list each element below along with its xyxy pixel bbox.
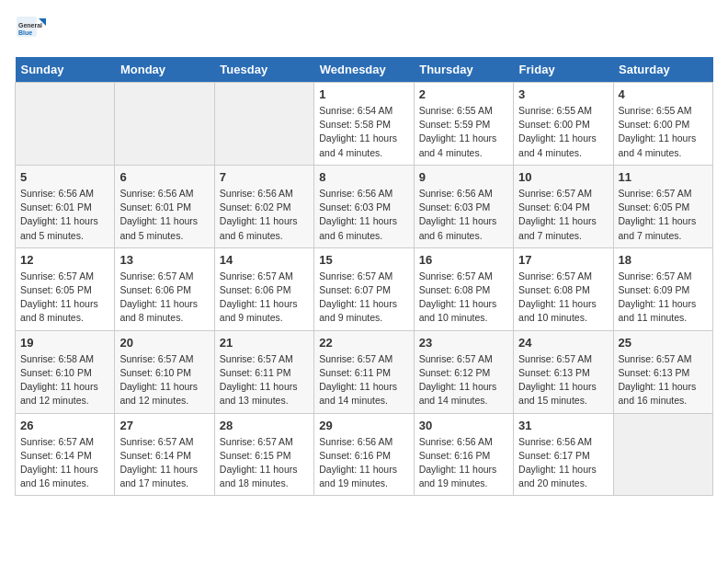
day-info: Sunrise: 6:55 AMSunset: 6:00 PMDaylight:… (518, 104, 608, 160)
daylight: Daylight: 11 hours and 4 minutes. (419, 132, 497, 157)
day-number: 22 (319, 336, 408, 350)
day-number: 26 (20, 419, 109, 432)
day-info: Sunrise: 6:56 AMSunset: 6:01 PMDaylight:… (119, 187, 209, 243)
day-info: Sunrise: 6:57 AMSunset: 6:15 PMDaylight:… (220, 435, 309, 491)
calendar-cell: 20Sunrise: 6:57 AMSunset: 6:10 PMDayligh… (115, 330, 214, 413)
sunset: Sunset: 6:08 PM (518, 284, 590, 295)
sunset: Sunset: 6:06 PM (119, 284, 191, 295)
day-info: Sunrise: 6:57 AMSunset: 6:11 PMDaylight:… (220, 352, 309, 408)
calendar-cell: 17Sunrise: 6:57 AMSunset: 6:08 PMDayligh… (514, 247, 613, 330)
sunrise: Sunrise: 6:57 AM (319, 270, 392, 282)
calendar-week: 5Sunrise: 6:56 AMSunset: 6:01 PMDaylight… (16, 165, 713, 247)
sunset: Sunset: 6:13 PM (518, 367, 590, 378)
day-number: 28 (220, 419, 309, 432)
day-number: 15 (319, 253, 408, 267)
sunset: Sunset: 6:07 PM (319, 284, 391, 295)
weekday-header: Thursday (414, 57, 513, 83)
sunset: Sunset: 6:12 PM (419, 367, 491, 378)
weekday-header: Saturday (613, 57, 712, 83)
weekday-header: Friday (514, 57, 613, 83)
calendar-week: 26Sunrise: 6:57 AMSunset: 6:14 PMDayligh… (16, 413, 713, 496)
day-info: Sunrise: 6:57 AMSunset: 6:13 PMDaylight:… (518, 352, 608, 408)
sunrise: Sunrise: 6:56 AM (319, 436, 392, 447)
sunrise: Sunrise: 6:56 AM (20, 188, 94, 199)
sunset: Sunset: 6:06 PM (220, 284, 291, 295)
day-info: Sunrise: 6:56 AMSunset: 6:02 PMDaylight:… (220, 187, 309, 243)
sunrise: Sunrise: 6:57 AM (220, 436, 293, 447)
day-number: 30 (419, 419, 508, 432)
calendar-cell (16, 83, 115, 166)
day-number: 11 (619, 170, 708, 184)
calendar-cell: 1Sunrise: 6:54 AMSunset: 5:58 PMDaylight… (314, 83, 414, 166)
sunrise: Sunrise: 6:56 AM (419, 188, 493, 199)
calendar-week: 12Sunrise: 6:57 AMSunset: 6:05 PMDayligh… (16, 247, 713, 330)
sunset: Sunset: 6:01 PM (20, 201, 92, 213)
calendar-cell (613, 413, 712, 496)
sunset: Sunset: 6:13 PM (619, 367, 690, 378)
day-info: Sunrise: 6:55 AMSunset: 6:00 PMDaylight:… (619, 104, 708, 160)
day-number: 4 (619, 87, 708, 101)
sunrise: Sunrise: 6:56 AM (319, 188, 392, 199)
sunset: Sunset: 6:10 PM (20, 367, 92, 378)
day-number: 5 (20, 170, 109, 184)
day-number: 7 (220, 170, 309, 184)
day-number: 6 (119, 170, 209, 184)
day-info: Sunrise: 6:54 AMSunset: 5:58 PMDaylight:… (319, 104, 408, 160)
sunset: Sunset: 6:11 PM (220, 367, 291, 378)
sunset: Sunset: 6:15 PM (220, 450, 291, 461)
day-info: Sunrise: 6:57 AMSunset: 6:05 PMDaylight:… (619, 187, 708, 243)
sunrise: Sunrise: 6:56 AM (518, 436, 592, 447)
daylight: Daylight: 11 hours and 5 minutes. (20, 215, 98, 240)
sunset: Sunset: 6:11 PM (319, 367, 391, 378)
daylight: Daylight: 11 hours and 8 minutes. (119, 298, 198, 323)
daylight: Daylight: 11 hours and 14 minutes. (419, 381, 497, 406)
sunset: Sunset: 6:16 PM (319, 450, 391, 461)
daylight: Daylight: 11 hours and 13 minutes. (220, 381, 298, 406)
day-number: 3 (518, 87, 608, 101)
sunrise: Sunrise: 6:57 AM (119, 436, 193, 447)
weekday-header: Sunday (16, 57, 115, 83)
daylight: Daylight: 11 hours and 9 minutes. (220, 298, 298, 323)
daylight: Daylight: 11 hours and 9 minutes. (319, 298, 397, 323)
day-info: Sunrise: 6:57 AMSunset: 6:11 PMDaylight:… (319, 352, 408, 408)
sunrise: Sunrise: 6:57 AM (518, 353, 592, 364)
sunset: Sunset: 6:05 PM (619, 201, 690, 213)
sunrise: Sunrise: 6:57 AM (119, 353, 193, 364)
day-number: 1 (319, 87, 408, 101)
day-number: 27 (119, 419, 209, 432)
sunset: Sunset: 6:17 PM (518, 450, 590, 461)
calendar-week: 19Sunrise: 6:58 AMSunset: 6:10 PMDayligh… (16, 330, 713, 413)
day-info: Sunrise: 6:56 AMSunset: 6:16 PMDaylight:… (419, 435, 508, 491)
header: General Blue (15, 15, 713, 48)
sunrise: Sunrise: 6:57 AM (419, 353, 493, 364)
calendar-cell (115, 83, 214, 166)
daylight: Daylight: 11 hours and 14 minutes. (319, 381, 397, 406)
calendar-cell: 7Sunrise: 6:56 AMSunset: 6:02 PMDaylight… (214, 165, 313, 247)
weekday-header: Tuesday (214, 57, 313, 83)
calendar-cell: 18Sunrise: 6:57 AMSunset: 6:09 PMDayligh… (613, 247, 712, 330)
day-info: Sunrise: 6:56 AMSunset: 6:03 PMDaylight:… (319, 187, 408, 243)
sunrise: Sunrise: 6:55 AM (619, 105, 692, 116)
day-info: Sunrise: 6:57 AMSunset: 6:08 PMDaylight:… (419, 270, 508, 326)
sunrise: Sunrise: 6:56 AM (419, 436, 493, 447)
day-number: 23 (419, 336, 508, 350)
sunrise: Sunrise: 6:54 AM (319, 105, 392, 116)
day-info: Sunrise: 6:57 AMSunset: 6:14 PMDaylight:… (119, 435, 209, 491)
day-number: 10 (518, 170, 608, 184)
calendar-cell: 22Sunrise: 6:57 AMSunset: 6:11 PMDayligh… (314, 330, 414, 413)
calendar-cell: 27Sunrise: 6:57 AMSunset: 6:14 PMDayligh… (115, 413, 214, 496)
daylight: Daylight: 11 hours and 10 minutes. (419, 298, 497, 323)
calendar-cell: 28Sunrise: 6:57 AMSunset: 6:15 PMDayligh… (214, 413, 313, 496)
sunrise: Sunrise: 6:57 AM (518, 270, 592, 282)
sunrise: Sunrise: 6:58 AM (20, 353, 94, 364)
day-number: 29 (319, 419, 408, 432)
daylight: Daylight: 11 hours and 7 minutes. (518, 215, 597, 240)
daylight: Daylight: 11 hours and 5 minutes. (119, 215, 198, 240)
sunrise: Sunrise: 6:57 AM (518, 188, 592, 199)
calendar-cell: 5Sunrise: 6:56 AMSunset: 6:01 PMDaylight… (16, 165, 115, 247)
day-info: Sunrise: 6:57 AMSunset: 6:06 PMDaylight:… (220, 270, 309, 326)
sunset: Sunset: 6:16 PM (419, 450, 491, 461)
day-info: Sunrise: 6:56 AMSunset: 6:17 PMDaylight:… (518, 435, 608, 491)
daylight: Daylight: 11 hours and 20 minutes. (518, 464, 597, 488)
daylight: Daylight: 11 hours and 16 minutes. (20, 464, 98, 488)
